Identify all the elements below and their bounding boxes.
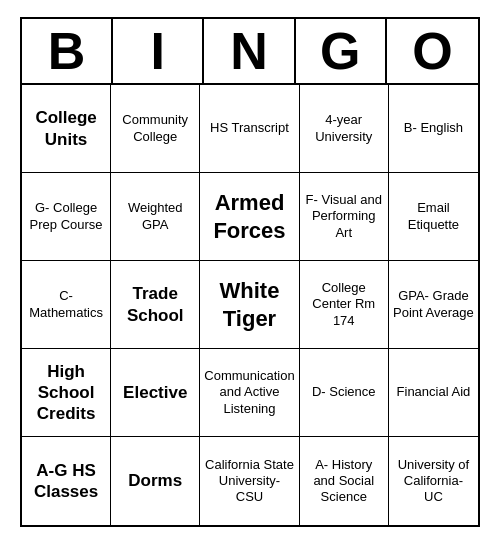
bingo-cell-8: F- Visual and Performing Art xyxy=(300,173,389,261)
bingo-cell-4: B- English xyxy=(389,85,478,173)
cell-text: C- Mathematics xyxy=(26,288,106,321)
cell-text: White Tiger xyxy=(204,277,294,332)
cell-text: Elective xyxy=(123,382,187,403)
bingo-letter-b: B xyxy=(22,19,113,83)
bingo-cell-22: California State University- CSU xyxy=(200,437,299,525)
cell-text: A-G HS Classes xyxy=(26,460,106,503)
bingo-cell-14: GPA- Grade Point Average xyxy=(389,261,478,349)
cell-text: Email Etiquette xyxy=(393,200,474,233)
cell-text: HS Transcript xyxy=(210,120,289,136)
cell-text: Community College xyxy=(115,112,195,145)
cell-text: California State University- CSU xyxy=(204,457,294,506)
cell-text: Dorms xyxy=(128,470,182,491)
bingo-cell-0: College Units xyxy=(22,85,111,173)
cell-text: University of California- UC xyxy=(393,457,474,506)
cell-text: College Center Rm 174 xyxy=(304,280,384,329)
bingo-card: BINGO College UnitsCommunity CollegeHS T… xyxy=(20,17,480,527)
bingo-cell-19: Financial Aid xyxy=(389,349,478,437)
cell-text: Armed Forces xyxy=(204,189,294,244)
bingo-letter-n: N xyxy=(204,19,295,83)
bingo-cell-13: College Center Rm 174 xyxy=(300,261,389,349)
cell-text: High School Credits xyxy=(26,361,106,425)
bingo-cell-1: Community College xyxy=(111,85,200,173)
bingo-cell-23: A- History and Social Science xyxy=(300,437,389,525)
bingo-cell-24: University of California- UC xyxy=(389,437,478,525)
bingo-cell-11: Trade School xyxy=(111,261,200,349)
bingo-cell-21: Dorms xyxy=(111,437,200,525)
cell-text: D- Science xyxy=(312,384,376,400)
bingo-cell-16: Elective xyxy=(111,349,200,437)
bingo-cell-10: C- Mathematics xyxy=(22,261,111,349)
cell-text: F- Visual and Performing Art xyxy=(304,192,384,241)
cell-text: Weighted GPA xyxy=(115,200,195,233)
cell-text: A- History and Social Science xyxy=(304,457,384,506)
bingo-cell-2: HS Transcript xyxy=(200,85,299,173)
bingo-cell-18: D- Science xyxy=(300,349,389,437)
cell-text: GPA- Grade Point Average xyxy=(393,288,474,321)
cell-text: Communication and Active Listening xyxy=(204,368,294,417)
bingo-cell-12: White Tiger xyxy=(200,261,299,349)
bingo-cell-6: Weighted GPA xyxy=(111,173,200,261)
cell-text: College Units xyxy=(26,107,106,150)
cell-text: B- English xyxy=(404,120,463,136)
cell-text: G- College Prep Course xyxy=(26,200,106,233)
bingo-cell-7: Armed Forces xyxy=(200,173,299,261)
bingo-grid: College UnitsCommunity CollegeHS Transcr… xyxy=(22,85,478,525)
bingo-cell-9: Email Etiquette xyxy=(389,173,478,261)
cell-text: Financial Aid xyxy=(397,384,471,400)
bingo-letter-g: G xyxy=(296,19,387,83)
bingo-cell-15: High School Credits xyxy=(22,349,111,437)
bingo-letter-i: I xyxy=(113,19,204,83)
bingo-letter-o: O xyxy=(387,19,478,83)
bingo-cell-3: 4-year University xyxy=(300,85,389,173)
cell-text: Trade School xyxy=(115,283,195,326)
bingo-cell-5: G- College Prep Course xyxy=(22,173,111,261)
bingo-cell-20: A-G HS Classes xyxy=(22,437,111,525)
bingo-header: BINGO xyxy=(22,19,478,85)
cell-text: 4-year University xyxy=(304,112,384,145)
bingo-cell-17: Communication and Active Listening xyxy=(200,349,299,437)
